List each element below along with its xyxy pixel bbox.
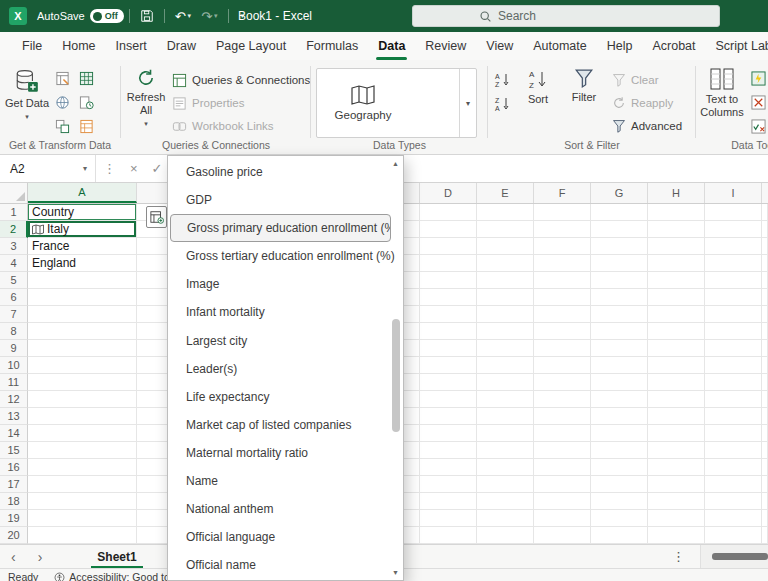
from-table-range-button[interactable] (76, 68, 96, 88)
tab-draw[interactable]: Draw (157, 32, 206, 60)
cell-F14[interactable] (534, 425, 591, 442)
cell-A10[interactable] (28, 357, 137, 374)
cell-I19[interactable] (705, 510, 762, 527)
properties-button[interactable]: Properties (172, 93, 244, 113)
cell-H19[interactable] (648, 510, 705, 527)
sort-button[interactable]: AZ Sort (518, 63, 558, 139)
cell-partial[interactable] (762, 391, 768, 408)
cell-D3[interactable] (420, 238, 477, 255)
cell-A1[interactable]: Country (28, 204, 137, 221)
cell-G6[interactable] (591, 289, 648, 306)
cell-E12[interactable] (477, 391, 534, 408)
dropdown-item[interactable]: Maternal mortality ratio (168, 439, 403, 467)
existing-connections-button[interactable] (52, 116, 72, 136)
horizontal-scrollbar[interactable] (700, 545, 768, 568)
cell-partial[interactable] (762, 289, 768, 306)
row-header-11[interactable]: 11 (0, 374, 28, 391)
dropdown-item[interactable]: Life expectancy (168, 383, 403, 411)
cell-D7[interactable] (420, 306, 477, 323)
cell-G18[interactable] (591, 493, 648, 510)
horizontal-scrollbar-thumb[interactable] (712, 553, 768, 560)
remove-duplicates-button[interactable] (748, 92, 768, 112)
data-validation-button[interactable] (748, 116, 768, 136)
cell-A15[interactable] (28, 442, 137, 459)
formula-bar-handle-icon[interactable]: ⋮ (96, 161, 123, 176)
cell-A16[interactable] (28, 459, 137, 476)
cell-F5[interactable] (534, 272, 591, 289)
workbook-links-button[interactable]: Workbook Links (172, 116, 274, 136)
cell-A7[interactable] (28, 306, 137, 323)
recent-sources-button[interactable] (76, 92, 96, 112)
dropdown-item[interactable]: Image (168, 270, 403, 298)
cell-E11[interactable] (477, 374, 534, 391)
cell-I5[interactable] (705, 272, 762, 289)
accessibility-status[interactable]: Accessibility: Good to go (54, 571, 184, 581)
dropdown-item[interactable]: Leader(s) (168, 355, 403, 383)
cell-partial[interactable] (762, 527, 768, 544)
tab-home[interactable]: Home (52, 32, 105, 60)
cell-H4[interactable] (648, 255, 705, 272)
cell-A5[interactable] (28, 272, 137, 289)
get-data-button[interactable]: Get Data ▾ (4, 63, 50, 139)
tab-acrobat[interactable]: Acrobat (642, 32, 705, 60)
cell-I2[interactable] (705, 221, 762, 238)
cell-G7[interactable] (591, 306, 648, 323)
cell-G15[interactable] (591, 442, 648, 459)
cell-I3[interactable] (705, 238, 762, 255)
cell-D5[interactable] (420, 272, 477, 289)
cell-A17[interactable] (28, 476, 137, 493)
search-box[interactable]: Search (412, 5, 720, 27)
cell-E19[interactable] (477, 510, 534, 527)
cell-I9[interactable] (705, 340, 762, 357)
cell-G1[interactable] (591, 204, 648, 221)
cell-E6[interactable] (477, 289, 534, 306)
cell-E18[interactable] (477, 493, 534, 510)
cell-A20[interactable] (28, 527, 137, 544)
cell-G19[interactable] (591, 510, 648, 527)
cell-E9[interactable] (477, 340, 534, 357)
insert-data-button[interactable] (146, 206, 167, 228)
cell-D14[interactable] (420, 425, 477, 442)
cell-E13[interactable] (477, 408, 534, 425)
cell-partial[interactable] (762, 221, 768, 238)
cell-E20[interactable] (477, 527, 534, 544)
cell-G12[interactable] (591, 391, 648, 408)
cell-partial[interactable] (762, 408, 768, 425)
cell-F10[interactable] (534, 357, 591, 374)
row-header-18[interactable]: 18 (0, 493, 28, 510)
queries-connections-button[interactable]: Queries & Connections (172, 70, 310, 90)
cell-E7[interactable] (477, 306, 534, 323)
cell-I1[interactable] (705, 204, 762, 221)
cell-partial[interactable] (762, 306, 768, 323)
row-header-6[interactable]: 6 (0, 289, 28, 306)
cell-D4[interactable] (420, 255, 477, 272)
tab-automate[interactable]: Automate (523, 32, 597, 60)
row-header-8[interactable]: 8 (0, 323, 28, 340)
cell-G4[interactable] (591, 255, 648, 272)
clear-filter-button[interactable]: Clear (612, 70, 658, 90)
cell-partial[interactable] (762, 238, 768, 255)
save-button[interactable] (135, 4, 159, 28)
tab-file[interactable]: File (12, 32, 52, 60)
cell-A18[interactable] (28, 493, 137, 510)
cell-F16[interactable] (534, 459, 591, 476)
cell-H1[interactable] (648, 204, 705, 221)
cell-I16[interactable] (705, 459, 762, 476)
cell-G8[interactable] (591, 323, 648, 340)
dropdown-item-highlighted[interactable]: Gross primary education enrollment (%) (170, 214, 391, 242)
filter-button[interactable]: Filter (562, 63, 606, 139)
cell-E5[interactable] (477, 272, 534, 289)
cell-D18[interactable] (420, 493, 477, 510)
column-header-d[interactable]: D (420, 183, 477, 203)
cell-A13[interactable] (28, 408, 137, 425)
cell-D8[interactable] (420, 323, 477, 340)
cell-E8[interactable] (477, 323, 534, 340)
cell-E10[interactable] (477, 357, 534, 374)
tab-script-lab[interactable]: Script Lab (706, 32, 768, 60)
cell-F2[interactable] (534, 221, 591, 238)
cell-H3[interactable] (648, 238, 705, 255)
cell-G11[interactable] (591, 374, 648, 391)
from-text-csv-button[interactable] (52, 68, 72, 88)
cell-H11[interactable] (648, 374, 705, 391)
row-header-7[interactable]: 7 (0, 306, 28, 323)
